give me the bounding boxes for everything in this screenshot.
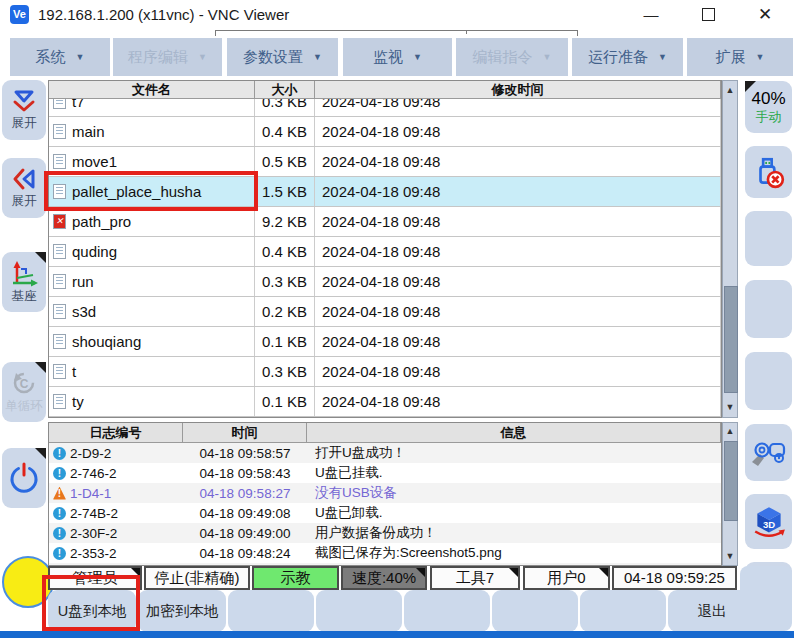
- log-message: U盘已挂载.: [307, 463, 721, 483]
- scroll-up-icon[interactable]: ▲: [723, 83, 737, 98]
- chevron-down-icon: ▼: [198, 52, 207, 62]
- file-name: move1: [72, 147, 117, 176]
- file-size: 0.1 KB: [255, 387, 315, 416]
- log-row[interactable]: !2-746-2 04-18 09:58:43 U盘已挂载.: [49, 463, 721, 483]
- teach-pendant-button[interactable]: [745, 424, 792, 481]
- log-row[interactable]: !2-74B-2 04-18 09:49:08 U盘已卸载.: [49, 503, 721, 523]
- menu-label: 编辑指令: [473, 48, 533, 67]
- minimize-button[interactable]: —: [636, 4, 666, 26]
- status-user-role[interactable]: 管理员: [48, 566, 142, 590]
- file-size: 9.2 KB: [255, 207, 315, 236]
- scrollbar-thumb[interactable]: [724, 286, 738, 393]
- expand-left-icon: [11, 165, 37, 193]
- log-row[interactable]: !2-353-2 04-18 09:48:24 截图已保存为:Screensho…: [49, 543, 721, 563]
- usb-to-local-button[interactable]: U盘到本地: [48, 590, 136, 632]
- menu-monitor[interactable]: 监视▼: [343, 38, 452, 76]
- file-time: 2024-04-18 09:48: [315, 237, 721, 266]
- log-id: 2-D9-2: [70, 446, 111, 461]
- side-button-blank-2[interactable]: [745, 280, 792, 338]
- status-tool[interactable]: 工具7: [430, 566, 520, 590]
- bottom-button-blank-3[interactable]: [404, 590, 490, 632]
- menu-system[interactable]: 系统▼: [10, 38, 110, 76]
- file-time: 2024-04-18 09:48: [315, 207, 721, 236]
- maximize-button[interactable]: [693, 4, 723, 26]
- scroll-down-icon[interactable]: ▼: [723, 549, 737, 564]
- log-message: 打开U盘成功！: [307, 443, 721, 463]
- bottom-button-blank-2[interactable]: [316, 590, 402, 632]
- col-size[interactable]: 大小: [255, 81, 315, 98]
- usb-eject-button[interactable]: [745, 146, 792, 198]
- log-row[interactable]: !2-D9-2 04-18 09:58:57 打开U盘成功！: [49, 443, 721, 463]
- document-error-icon: [53, 214, 66, 229]
- side-button-blank-3[interactable]: [745, 352, 792, 410]
- table-row[interactable]: ty 0.1 KB 2024-04-18 09:48: [49, 387, 721, 417]
- table-row[interactable]: path_pro 9.2 KB 2024-04-18 09:48: [49, 207, 721, 237]
- status-teach-mode[interactable]: 示教: [252, 566, 339, 590]
- base-frame-button[interactable]: 基座: [2, 252, 46, 312]
- expand-down-button[interactable]: 展开: [2, 80, 46, 140]
- table-row[interactable]: main 0.4 KB 2024-04-18 09:48: [49, 117, 721, 147]
- file-table-scrollbar[interactable]: ▲ ▼: [722, 80, 738, 418]
- record-dot-button[interactable]: [2, 556, 54, 608]
- title-bar: Ve 192.168.1.200 (x11vnc) - VNC Viewer —…: [0, 0, 794, 30]
- view-3d-button[interactable]: 3D: [745, 494, 792, 549]
- bottom-button-blank-4[interactable]: [492, 590, 578, 632]
- log-table-header: 日志编号 时间 信息: [49, 423, 721, 443]
- menu-label: 扩展: [716, 48, 746, 67]
- menu-run-prepare[interactable]: 运行准备▼: [572, 38, 683, 76]
- status-datetime: 04-18 09:59:25: [612, 566, 737, 590]
- table-row[interactable]: run 0.3 KB 2024-04-18 09:48: [49, 267, 721, 297]
- file-size: 0.4 KB: [255, 117, 315, 146]
- col-log-id[interactable]: 日志编号: [49, 423, 183, 442]
- log-row-warning[interactable]: !1-D4-1 04-18 09:58:27 没有USB设备: [49, 483, 721, 503]
- scroll-down-icon[interactable]: ▼: [723, 400, 737, 415]
- col-log-info[interactable]: 信息: [307, 423, 721, 442]
- expand-left-button[interactable]: 展开: [2, 158, 46, 218]
- base-frame-label: 基座: [12, 288, 37, 305]
- log-table-scrollbar[interactable]: ▲ ▼: [722, 422, 738, 566]
- encrypt-to-local-button[interactable]: 加密到本地: [138, 590, 226, 632]
- log-time: 04-18 09:58:57: [183, 443, 307, 463]
- status-run-state[interactable]: 停止(非精确): [144, 566, 250, 590]
- log-row[interactable]: !2-30F-2 04-18 09:49:00 用户数据备份成功！: [49, 523, 721, 543]
- remote-screen-edge: [577, 30, 578, 36]
- scrollbar-thumb[interactable]: [724, 441, 738, 521]
- table-row[interactable]: t7 0.3 KB 2024-04-18 09:48: [49, 99, 721, 117]
- menu-parameter-settings[interactable]: 参数设置▼: [227, 38, 338, 76]
- speed-mode-button[interactable]: 40% 手动: [745, 81, 792, 133]
- log-id: 2-353-2: [70, 546, 117, 561]
- power-button[interactable]: [2, 448, 46, 508]
- col-filename[interactable]: 文件名: [49, 81, 255, 98]
- exit-button[interactable]: 退出: [668, 590, 756, 632]
- close-button[interactable]: ✕: [750, 4, 780, 26]
- expand-down-label: 展开: [12, 115, 37, 132]
- table-row[interactable]: quding 0.4 KB 2024-04-18 09:48: [49, 237, 721, 267]
- file-table-header: 文件名 大小 修改时间: [49, 81, 721, 99]
- file-time: 2024-04-18 09:48: [315, 387, 721, 416]
- scroll-up-icon[interactable]: ▲: [723, 424, 737, 439]
- chevron-down-icon: ▼: [543, 52, 552, 62]
- status-user-frame[interactable]: 用户0: [523, 566, 610, 590]
- menu-extension[interactable]: 扩展▼: [687, 38, 793, 76]
- file-name: path_pro: [72, 207, 131, 236]
- col-log-time[interactable]: 时间: [183, 423, 307, 442]
- bottom-button-blank-1[interactable]: [228, 590, 314, 632]
- table-row[interactable]: t 0.3 KB 2024-04-18 09:48: [49, 357, 721, 387]
- status-speed[interactable]: 速度:40%: [341, 566, 427, 590]
- menu-label: 系统: [36, 48, 66, 67]
- table-row[interactable]: move1 0.5 KB 2024-04-18 09:48: [49, 147, 721, 177]
- log-message: 没有USB设备: [307, 483, 721, 503]
- table-row[interactable]: s3d 0.2 KB 2024-04-18 09:48: [49, 297, 721, 327]
- info-icon: !: [53, 527, 66, 540]
- info-icon: !: [53, 547, 66, 560]
- side-button-blank-1[interactable]: [745, 211, 792, 266]
- col-modified[interactable]: 修改时间: [315, 81, 721, 98]
- table-row-selected[interactable]: pallet_place_husha 1.5 KB 2024-04-18 09:…: [49, 177, 721, 207]
- teach-mode-label: 示教: [281, 569, 311, 586]
- bottom-button-blank-5[interactable]: [580, 590, 666, 632]
- window-title: 192.168.1.200 (x11vnc) - VNC Viewer: [38, 6, 289, 23]
- log-message: U盘已卸载.: [307, 503, 721, 523]
- svg-text:3D: 3D: [762, 519, 774, 530]
- table-row[interactable]: shouqiang 0.1 KB 2024-04-18 09:48: [49, 327, 721, 357]
- chevron-down-icon: ▼: [313, 52, 322, 62]
